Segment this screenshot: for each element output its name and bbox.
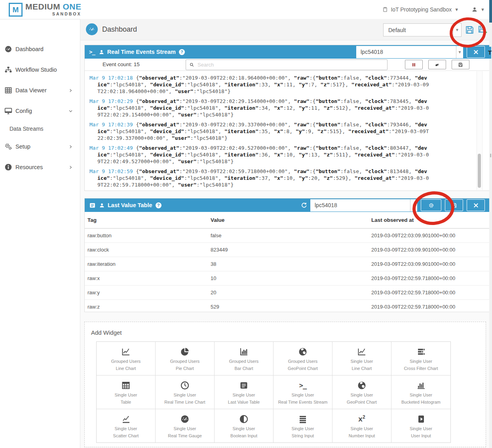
floppy-icon [458, 62, 463, 67]
cell-value: 823449 [211, 247, 371, 253]
log-entry: Mar 9 17:02:18 {"observed_at":"2019-03-0… [89, 74, 429, 95]
widget-tile-single-user-string-input[interactable]: Single UserString Input [274, 409, 332, 442]
widget-tile-single-user-boolean-input[interactable]: Single UserBoolean Input [215, 409, 274, 442]
widget-title: Real Time Events Stream [107, 49, 176, 55]
widget-tile-grouped-users-geopoint-chart[interactable]: Grouped UsersGeoPoint Chart [274, 342, 332, 376]
widget-tile-grouped-users-pie-chart[interactable]: Grouped UsersPie Chart [156, 342, 215, 376]
help-icon[interactable]: ? [179, 49, 185, 55]
right-edge-strip [489, 0, 492, 448]
close-widget-button[interactable] [467, 199, 485, 211]
pie-chart-icon [180, 347, 190, 357]
widget-last-value-table: Last Value Table ? ▼ Tag Value Last obse… [84, 198, 490, 312]
chevron-down-icon [68, 109, 73, 113]
dashboard-bar: Dashboard Default ▼ [80, 19, 492, 40]
widget-tile-single-user-cross-filter-chart[interactable]: Single UserCross Filter Chart [391, 342, 450, 376]
save-log-button[interactable] [452, 60, 469, 69]
help-icon[interactable]: ? [156, 202, 161, 208]
list-icon [239, 380, 249, 391]
user-icon[interactable] [471, 6, 478, 13]
chevron-right-icon [68, 88, 73, 93]
number-icon: x2 [358, 414, 365, 425]
pause-button[interactable] [405, 60, 423, 69]
logo-one: ONE [63, 2, 82, 11]
sidebar-item-dashboard[interactable]: Dashboard [0, 43, 80, 55]
cell-value: 38 [211, 261, 371, 267]
sidebar-item-resources[interactable]: Resources [0, 161, 80, 173]
column-value: Value [211, 217, 371, 223]
table-row: raw:iteration382019-03-09T22:03:09.90100… [85, 257, 489, 271]
widget-title: Last Value Table [108, 202, 152, 208]
app-root: M MEDIUM ONE SANDBOX IoT Prototyping San… [0, 0, 492, 448]
widget-tile-single-user-table[interactable]: Single UserTable [97, 376, 156, 409]
widget-tile-grouped-users-bar-chart[interactable]: Grouped UsersBar Chart [215, 342, 274, 376]
line-chart-icon [357, 347, 367, 357]
user-input-icon [416, 414, 426, 425]
widget-tile-single-user-bucketed-histogram[interactable]: Single UserBucketed Histogram [391, 376, 450, 409]
workspace-selector[interactable]: IoT Prototyping Sandbox [391, 6, 452, 13]
table-row: raw:clock8234492019-03-09T22:03:09.90100… [85, 243, 489, 257]
floppy-icon [451, 202, 457, 208]
widget-tile-single-user-line-chart[interactable]: Single UserLine Chart [332, 342, 391, 376]
histogram-icon [416, 380, 426, 391]
close-icon [473, 202, 479, 208]
cell-last-observed: 2019-03-09T22:03:09.901000+00:00 [371, 247, 489, 253]
sitemap-icon [4, 66, 13, 74]
widget-tile-single-user-real-time-events-stream[interactable]: >_Single UserReal Time Events Stream [274, 376, 332, 409]
preset-caret-button[interactable]: ▼ [453, 23, 462, 37]
dashboard-icon [86, 23, 98, 35]
device-input[interactable] [356, 46, 456, 58]
string-icon [298, 414, 308, 425]
logo-sandbox: SANDBOX [25, 12, 82, 16]
chevron-right-icon [68, 165, 73, 170]
log-entry: Mar 9 17:02:59 {"observed_at":"2019-03-0… [89, 168, 429, 188]
user-caret-icon[interactable]: ▼ [481, 7, 485, 12]
terminal-icon: >_ [299, 380, 306, 391]
log-scrollbar-thumb[interactable] [478, 154, 481, 188]
device-input[interactable] [310, 199, 410, 212]
info-icon [4, 163, 13, 171]
cell-tag: raw:y [87, 290, 211, 295]
close-icon [473, 49, 479, 55]
search-input[interactable] [197, 61, 387, 68]
log-entry: Mar 9 17:02:49 {"observed_at":"2019-03-0… [89, 145, 429, 165]
workspace-caret-icon[interactable]: ▼ [454, 7, 459, 12]
log-scrollbar[interactable] [477, 71, 483, 190]
save-widget-button[interactable] [445, 199, 463, 211]
clock-icon [180, 380, 190, 391]
last-value-table-header: Last Value Table ? ▼ [85, 198, 489, 212]
save-as-new-dashboard-icon[interactable] [478, 25, 488, 35]
settings-button[interactable] [421, 199, 441, 211]
bar-chart-icon [239, 347, 249, 357]
widget-tile-grouped-users-line-chart[interactable]: Grouped UsersLine Chart [97, 342, 156, 376]
cell-value: 20 [211, 290, 371, 295]
device-caret-icon[interactable]: ▼ [456, 46, 463, 58]
table-row: raw:x102019-03-09T22:02:59.718000+00:00 [85, 271, 489, 286]
widget-tile-single-user-scatter-chart[interactable]: Single UserScatter Chart [97, 409, 156, 442]
medium-one-logo: M MEDIUM ONE SANDBOX [9, 2, 82, 17]
widget-events-stream: >_ Real Time Events Stream ? ▼ Event cou… [84, 45, 490, 191]
refresh-icon[interactable] [301, 202, 307, 208]
sidebar-item-config[interactable]: Config [0, 105, 80, 117]
sidebar-item-workflow-studio[interactable]: Workflow Studio [0, 64, 80, 76]
dashboard-preset-select[interactable]: Default [383, 23, 453, 36]
close-widget-button[interactable] [467, 46, 485, 58]
event-log[interactable]: Mar 9 17:02:18 {"observed_at":"2019-03-0… [85, 71, 489, 191]
save-dashboard-icon[interactable] [465, 25, 475, 35]
list-icon [89, 202, 96, 209]
widget-tile-single-user-real-time-line-chart[interactable]: Single UserReal Time Line Chart [156, 376, 215, 409]
widget-tile-single-user-number-input[interactable]: x2Single UserNumber Input [332, 409, 391, 442]
widget-tile-single-user-real-time-gauge[interactable]: Single UserReal Time Gauge [156, 409, 215, 442]
sidebar-item-data-viewer[interactable]: Data Viewer [0, 84, 80, 96]
clear-button[interactable] [428, 60, 446, 69]
widget-tile-single-user-geopoint-chart[interactable]: Single UserGeoPoint Chart [332, 376, 391, 409]
gears-icon [4, 143, 13, 151]
cell-last-observed: 2019-03-09T22:02:59.718000+00:00 [371, 304, 489, 310]
logo-medium: MEDIUM [25, 2, 60, 11]
sidebar-item-setup[interactable]: Setup [0, 141, 80, 153]
sidebar-item-data-streams[interactable]: Data Streams [0, 123, 80, 135]
widget-tile-single-user-user-input[interactable]: Single UserUser Input [391, 409, 450, 442]
eraser-icon [435, 62, 440, 67]
device-caret-icon[interactable]: ▼ [410, 199, 417, 212]
cell-value: 529 [211, 304, 371, 310]
widget-tile-single-user-last-value-table[interactable]: Single UserLast Value Table [215, 376, 274, 409]
